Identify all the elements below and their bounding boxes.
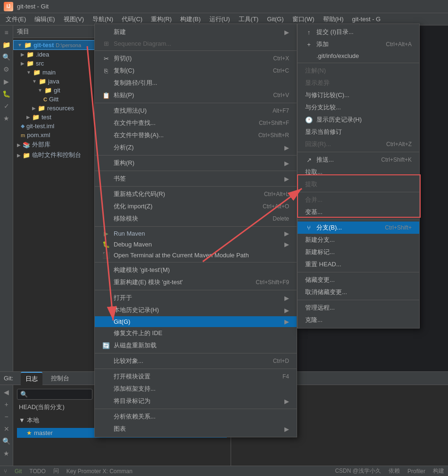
- bottom-sidebar-icon-6[interactable]: ★: [1, 448, 12, 459]
- ctx-module-settings-left: 打开模块设置: [102, 372, 150, 381]
- ctx-cut[interactable]: ✂ 剪切(I) Ctrl+X: [95, 52, 297, 65]
- git-sub-reset-head[interactable]: 重置 HEAD...: [298, 258, 419, 271]
- menu-build[interactable]: 构建(B): [176, 14, 204, 25]
- menu-file[interactable]: 文件(E): [2, 14, 30, 25]
- git-search-input[interactable]: [17, 389, 92, 400]
- menu-run[interactable]: 运行(U): [206, 14, 234, 25]
- ctx-run-maven[interactable]: ▶ Run Maven ▶: [95, 228, 297, 239]
- menu-window[interactable]: 窗口(W): [289, 14, 318, 25]
- context-menu: 新建 ▶ ⊞ Sequence Diagram... ✂ 剪切(I) Ctrl+…: [94, 24, 297, 437]
- git-sub-commit[interactable]: ↑ 提交 (I)目录...: [298, 26, 419, 38]
- sidebar-icon-1[interactable]: ≡: [1, 27, 12, 38]
- ctx-replace[interactable]: 在文件中替换(A)... Ctrl+Shift+R: [95, 129, 297, 141]
- xml-icon-pom: m: [21, 132, 25, 138]
- bottom-left-sidebar: ◀ + − ✕ 🔍 ★: [0, 385, 13, 466]
- menu-tools[interactable]: 工具(T): [235, 14, 263, 25]
- git-sub-stash[interactable]: 储藏变更...: [298, 274, 419, 286]
- ctx-find-usage[interactable]: 查找用法(U) Alt+F7: [95, 105, 297, 117]
- menu-help[interactable]: 帮助(H): [319, 14, 348, 25]
- bottom-tab-log[interactable]: 日志: [21, 372, 42, 385]
- ctx-compare[interactable]: 比较对象... Ctrl+D: [95, 355, 297, 367]
- ctx-copypath[interactable]: 复制路径/引用...: [95, 77, 297, 89]
- git-sub-clone[interactable]: 克隆...: [298, 314, 419, 326]
- ctx-git[interactable]: Git(G) ▶: [95, 316, 297, 327]
- git-sub-new-tag-label: 新建标记...: [305, 248, 335, 256]
- ctx-bookmarks-left: 书签: [102, 174, 126, 183]
- git-sub-rebase[interactable]: 变基...: [298, 206, 419, 218]
- bottom-sidebar-icon-2[interactable]: +: [1, 399, 12, 410]
- git-sub-push[interactable]: ↗ 推送... Ctrl+Shift+K: [298, 154, 419, 166]
- git-sub-unstash-left: 取消储藏变更...: [305, 288, 347, 296]
- ctx-reformat[interactable]: 重新格式化代码(R) Ctrl+Alt+L: [95, 188, 297, 200]
- ctx-mark-dir-arrow: ▶: [284, 398, 289, 405]
- ctx-debug-maven[interactable]: 🐛 Debug Maven ▶: [95, 239, 297, 250]
- git-sub-manage-remote[interactable]: 管理远程...: [298, 302, 419, 314]
- git-sub-add-icon: +: [305, 41, 313, 48]
- ctx-copy[interactable]: ⎘ 复制(C) Ctrl+C: [95, 65, 297, 77]
- ctx-find-usage-left: 查找用法(U): [102, 107, 147, 115]
- bottom-sidebar-icon-1[interactable]: ◀: [1, 387, 12, 397]
- ctx-module-settings[interactable]: 打开模块设置 F4: [95, 370, 297, 383]
- ctx-analyze[interactable]: 分析(Z) ▶: [95, 141, 297, 154]
- menu-navigate[interactable]: 导航(N): [89, 14, 117, 25]
- sidebar-icon-7[interactable]: ✓: [1, 101, 12, 111]
- ctx-refactor[interactable]: 重构(R) ▶: [95, 157, 297, 169]
- git-sub-exclude[interactable]: .git/info/exclude: [298, 50, 419, 61]
- git-sub-pull[interactable]: 拉取...: [298, 166, 419, 178]
- git-sub-new-branch[interactable]: 新建分支...: [298, 234, 419, 246]
- git-sub-add[interactable]: + 添加 Ctrl+Alt+A: [298, 38, 419, 50]
- git-sub-clone-label: 克隆...: [305, 316, 323, 324]
- ctx-rebuild-shortcut: Ctrl+Shift+F9: [256, 279, 289, 286]
- bottom-sidebar-icon-3[interactable]: −: [1, 411, 12, 422]
- ctx-open-terminal[interactable]: ⬛ Open Terminal at the Current Maven Mod…: [95, 250, 297, 261]
- sidebar-icon-3[interactable]: 🔍: [1, 52, 12, 62]
- ctx-dep-analysis[interactable]: 分析依赖关系...: [95, 410, 297, 423]
- ctx-build-module[interactable]: 构建模块 'git-test'(M): [95, 264, 297, 276]
- ctx-local-history-left: 本地历史记录(H): [102, 306, 159, 314]
- menu-git[interactable]: Git(G): [263, 15, 287, 24]
- git-sub-show-cur[interactable]: 显示当前修订: [298, 126, 419, 138]
- ctx-rebuild[interactable]: 重新构建(E) 模块 'git-test' Ctrl+Shift+F9: [95, 276, 297, 288]
- ctx-add-framework[interactable]: 添加框架支持...: [95, 383, 297, 395]
- ctx-mark-dir[interactable]: 将目录标记为 ▶: [95, 395, 297, 407]
- sidebar-icon-8[interactable]: ★: [1, 113, 12, 123]
- sidebar-icon-2[interactable]: 📁: [1, 40, 12, 50]
- ctx-paste[interactable]: 📋 粘贴(P) Ctrl+V: [95, 89, 297, 101]
- ctx-optimize[interactable]: 优化 import(Z) Ctrl+Alt+O: [95, 200, 297, 213]
- ctx-analyze-left: 分析(Z): [102, 143, 134, 152]
- menu-view[interactable]: 视图(V): [60, 14, 88, 25]
- ctx-local-history[interactable]: 本地历史记录(H) ▶: [95, 304, 297, 316]
- ctx-local-history-arrow: ▶: [284, 307, 289, 314]
- ctx-run-maven-label: Run Maven: [114, 230, 145, 237]
- git-sub-unstash[interactable]: 取消储藏变更...: [298, 286, 419, 298]
- bottom-sidebar-icon-4[interactable]: ✕: [1, 424, 12, 434]
- git-sub-show-history[interactable]: 🕐 显示历史记录(H): [298, 114, 419, 126]
- ctx-bookmarks[interactable]: 书签 ▶: [95, 172, 297, 185]
- git-sub-annotate-label: 注解(N): [305, 66, 326, 75]
- git-sub-div-3: [298, 192, 419, 192]
- ctx-reload[interactable]: 🔄 从磁盘重新加载: [95, 339, 297, 352]
- tree-label-gitt: Gitt: [49, 96, 58, 103]
- menu-code[interactable]: 代码(C): [118, 14, 146, 25]
- ctx-find-file-shortcut: Ctrl+Shift+F: [259, 120, 289, 126]
- ctx-diagram[interactable]: 图表 ▶: [95, 423, 297, 435]
- menu-edit[interactable]: 编辑(E): [31, 14, 58, 25]
- git-sub-branch[interactable]: ⑂ 分支(B)... Ctrl+Shift+: [298, 222, 419, 234]
- sidebar-icon-5[interactable]: ▶: [1, 76, 12, 87]
- menu-refactor[interactable]: 重构(R): [147, 14, 175, 25]
- git-sub-compare-revision[interactable]: 与修订比较(C)...: [298, 89, 419, 101]
- bottom-tab-console[interactable]: 控制台: [46, 372, 74, 385]
- ctx-remove-module[interactable]: 移除模块 Delete: [95, 213, 297, 225]
- ctx-new[interactable]: 新建 ▶: [95, 26, 297, 38]
- bottom-sidebar-icon-5[interactable]: 🔍: [1, 436, 12, 446]
- git-sub-new-tag[interactable]: 新建标记...: [298, 246, 419, 258]
- sidebar-icon-6[interactable]: 🐛: [1, 89, 12, 99]
- git-sub-compare-branch[interactable]: 与分支比较...: [298, 101, 419, 114]
- ctx-open-in[interactable]: 打开于 ▶: [95, 292, 297, 304]
- tree-arrow-idea: ▶: [21, 52, 25, 57]
- sidebar-icon-4[interactable]: ⚙: [1, 64, 12, 74]
- status-issues: 问: [53, 467, 59, 475]
- ctx-find-file[interactable]: 在文件中查找... Ctrl+Shift+F: [95, 117, 297, 129]
- ctx-reload-left: 🔄 从磁盘重新加载: [102, 341, 157, 350]
- ctx-fix-ide[interactable]: 修复文件上的 IDE: [95, 327, 297, 339]
